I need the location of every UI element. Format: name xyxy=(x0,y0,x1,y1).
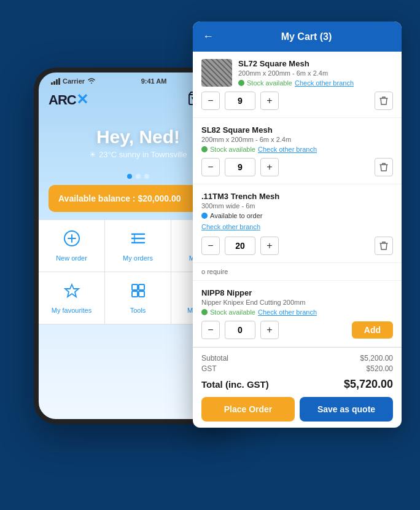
gst-value: $520.00 xyxy=(367,364,393,373)
check-branch-sl72[interactable]: Check other branch xyxy=(295,79,354,87)
grid-label-my-favourites: My favourites xyxy=(52,307,91,314)
grid-item-new-order[interactable]: New order xyxy=(39,220,105,272)
cart-footer: Subtotal $5,200.00 GST $520.00 Total (in… xyxy=(193,347,402,428)
balance-label: Available balance : $20,000.00 xyxy=(58,194,181,203)
qty-decrease-sl72[interactable]: − xyxy=(201,92,220,110)
qty-control-sl72: − + xyxy=(201,92,393,110)
app-logo: ARC✕ xyxy=(49,91,88,108)
grid-label-my-orders: My orders xyxy=(123,254,153,262)
subtotal-label: Subtotal xyxy=(201,354,228,363)
gst-row: GST $520.00 xyxy=(201,364,393,373)
cart-item-sl72: SL72 Square Mesh 200mm x 200mm - 6m x 2.… xyxy=(193,52,402,118)
item-info-nipp8: NIPP8 Nipper Nipper Knipex End Cutting 2… xyxy=(201,288,393,316)
cart-header: ← My Cart (3) xyxy=(193,22,402,52)
signal-bars xyxy=(51,78,60,85)
qty-input-nipp8[interactable] xyxy=(225,321,255,339)
qty-decrease-sl82[interactable]: − xyxy=(201,158,220,176)
svg-rect-19 xyxy=(132,284,138,290)
carrier-label: Carrier xyxy=(51,77,96,85)
item-thumbnail-sl72 xyxy=(201,59,232,87)
grid-item-tools[interactable]: Tools xyxy=(105,272,171,324)
cart-back-button[interactable]: ← xyxy=(203,30,214,43)
dot-1[interactable] xyxy=(127,174,132,179)
qty-control-sl82: − + xyxy=(201,158,393,176)
stock-status-sl82: Stock available xyxy=(210,146,255,153)
qty-decrease-trench[interactable]: − xyxy=(201,237,220,255)
svg-rect-20 xyxy=(139,284,144,290)
time-display: 9:41 AM xyxy=(141,77,167,85)
cart-item-top-sl82: SL82 Square Mesh 200mm x 200mm - 6m x 2.… xyxy=(201,125,393,153)
delete-item-sl72[interactable] xyxy=(375,92,393,110)
subtotal-row: Subtotal $5,200.00 xyxy=(201,354,393,363)
check-branch-nipp8[interactable]: Check other branch xyxy=(258,308,317,316)
qty-decrease-nipp8[interactable]: − xyxy=(201,321,220,339)
cart-actions: Place Order Save as quote xyxy=(201,397,393,422)
item-desc-nipp8: Nipper Knipex End Cutting 200mm xyxy=(201,299,393,306)
sun-icon: ☀ xyxy=(89,150,96,159)
qty-control-nipp8: − + Add xyxy=(201,321,393,339)
grid-item-my-orders[interactable]: My orders xyxy=(105,220,171,272)
qty-input-sl72[interactable] xyxy=(225,92,255,110)
stock-dot-sl72 xyxy=(238,80,244,86)
item-desc-trench: 300mm wide - 6m xyxy=(201,202,393,210)
gst-label: GST xyxy=(201,364,217,373)
cart-item-trench: .11TM3 Trench Mesh 300mm wide - 6m Avail… xyxy=(193,184,402,263)
star-icon xyxy=(63,282,80,303)
cart-item-top-nipp8: NIPP8 Nipper Nipper Knipex End Cutting 2… xyxy=(201,288,393,316)
cart-title: My Cart (3) xyxy=(221,31,392,42)
stock-dot-nipp8 xyxy=(201,309,208,315)
grid-icon xyxy=(130,282,147,303)
stock-dot-trench xyxy=(201,213,208,219)
item-desc-sl72: 200mm x 200mm - 6m x 2.4m xyxy=(238,69,393,77)
cart-item-top-trench: .11TM3 Trench Mesh 300mm wide - 6m Avail… xyxy=(201,192,393,232)
cart-item-top-sl72: SL72 Square Mesh 200mm x 200mm - 6m x 2.… xyxy=(201,59,393,87)
grid-label-tools: Tools xyxy=(130,307,146,314)
qty-increase-nipp8[interactable]: + xyxy=(260,321,279,339)
delete-item-sl82[interactable] xyxy=(375,158,393,176)
total-label: Total (inc. GST) xyxy=(201,379,269,390)
item-stock-sl82: Stock available Check other branch xyxy=(201,146,393,153)
stock-dot-sl82 xyxy=(201,146,208,152)
check-branch-trench[interactable]: Check other branch xyxy=(201,223,260,230)
require-note: o require xyxy=(193,263,402,281)
total-row: Total (inc. GST) $5,720.00 xyxy=(201,378,393,391)
svg-rect-21 xyxy=(132,291,138,297)
qty-input-trench[interactable] xyxy=(225,237,255,255)
cart-item-nipp8: NIPP8 Nipper Nipper Knipex End Cutting 2… xyxy=(193,281,402,347)
qty-increase-trench[interactable]: + xyxy=(260,237,279,255)
check-branch-sl82[interactable]: Check other branch xyxy=(258,146,317,153)
item-name-nipp8: NIPP8 Nipper xyxy=(201,288,393,297)
logo-x: ✕ xyxy=(76,91,88,108)
qty-input-sl82[interactable] xyxy=(225,158,255,176)
item-name-sl82: SL82 Square Mesh xyxy=(201,125,393,135)
qty-increase-sl82[interactable]: + xyxy=(260,158,279,176)
total-amount: $5,720.00 xyxy=(344,378,393,391)
grid-label-new-order: New order xyxy=(56,254,87,262)
item-stock-nipp8: Stock available Check other branch xyxy=(201,308,393,316)
grid-item-my-favourites[interactable]: My favourites xyxy=(39,272,105,324)
stock-status-trench: Available to order xyxy=(210,212,262,219)
cart-items-list: SL72 Square Mesh 200mm x 200mm - 6m x 2.… xyxy=(193,52,402,347)
place-order-button[interactable]: Place Order xyxy=(201,397,295,422)
qty-increase-sl72[interactable]: + xyxy=(260,92,279,110)
svg-marker-18 xyxy=(65,284,79,297)
add-button-nipp8[interactable]: Add xyxy=(352,321,393,339)
stock-status-sl72: Stock available xyxy=(247,79,292,87)
item-name-sl72: SL72 Square Mesh xyxy=(238,59,393,68)
plus-circle-icon xyxy=(63,230,80,251)
cart-item-sl82: SL82 Square Mesh 200mm x 200mm - 6m x 2.… xyxy=(193,118,402,184)
dot-3[interactable] xyxy=(144,174,149,179)
save-quote-button[interactable]: Save as quote xyxy=(300,397,393,422)
item-info-sl72: SL72 Square Mesh 200mm x 200mm - 6m x 2.… xyxy=(238,59,393,87)
list-icon xyxy=(130,230,147,251)
item-info-trench: .11TM3 Trench Mesh 300mm wide - 6m Avail… xyxy=(201,192,393,232)
qty-control-trench: − + xyxy=(201,237,393,255)
cart-panel: ← My Cart (3) SL72 Square Mesh 200mm x 2… xyxy=(193,22,402,428)
delete-item-trench[interactable] xyxy=(375,237,393,255)
wifi-icon xyxy=(87,77,96,85)
item-info-sl82: SL82 Square Mesh 200mm x 200mm - 6m x 2.… xyxy=(201,125,393,153)
stock-status-nipp8: Stock available xyxy=(210,308,255,316)
item-desc-sl82: 200mm x 200mm - 6m x 2.4m xyxy=(201,136,393,143)
subtotal-value: $5,200.00 xyxy=(360,354,393,363)
dot-2[interactable] xyxy=(136,174,141,179)
